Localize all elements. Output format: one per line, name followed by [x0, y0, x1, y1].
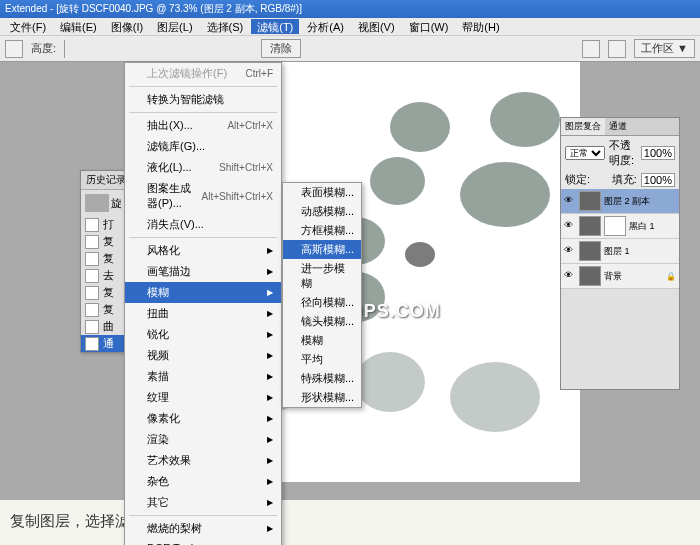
height-label: 高度: [31, 41, 56, 56]
filter-menu-item[interactable]: DCE Tools▶ [125, 539, 281, 545]
filter-menu-item[interactable]: 模糊▶ [125, 282, 281, 303]
workspace: 照片处理网 PHOTOPS.COM 历史记录 旋 打复复去复复曲通 上次滤镜操作… [0, 62, 700, 500]
fill-label: 填充: [612, 172, 637, 187]
blur-menu-item[interactable]: 特殊模糊... [283, 369, 361, 388]
history-snapshot-label: 旋 [111, 196, 122, 211]
filter-menu-item[interactable]: 燃烧的梨树▶ [125, 518, 281, 539]
filter-menu-item[interactable]: 抽出(X)...Alt+Ctrl+X [125, 115, 281, 136]
layer-name[interactable]: 背景 [604, 270, 663, 283]
menu-separator [129, 112, 277, 113]
blur-menu-item[interactable]: 动感模糊... [283, 202, 361, 221]
visibility-icon[interactable]: 👁 [564, 245, 576, 257]
submenu-arrow-icon: ▶ [267, 351, 273, 360]
toolbar-icon[interactable] [582, 40, 600, 58]
blend-mode-select[interactable]: 正常 [565, 146, 605, 160]
blur-menu-item[interactable]: 模糊 [283, 331, 361, 350]
filter-menu-item[interactable]: 转换为智能滤镜 [125, 89, 281, 110]
menu-item[interactable]: 滤镜(T) [251, 19, 299, 34]
channels-tab[interactable]: 通道 [605, 118, 631, 135]
blur-menu-item[interactable]: 表面模糊... [283, 183, 361, 202]
submenu-arrow-icon: ▶ [267, 372, 273, 381]
menu-separator [129, 515, 277, 516]
filter-menu-item[interactable]: 其它▶ [125, 492, 281, 513]
layers-tabs: 图层复合 通道 [561, 118, 679, 136]
clear-button[interactable]: 清除 [261, 39, 301, 58]
visibility-icon[interactable]: 👁 [564, 195, 576, 207]
menu-item[interactable]: 文件(F) [4, 19, 52, 34]
menu-item[interactable]: 编辑(E) [54, 19, 103, 34]
blur-menu-item[interactable]: 进一步模糊 [283, 259, 361, 293]
filter-menu-item[interactable]: 画笔描边▶ [125, 261, 281, 282]
filter-menu-item[interactable]: 渲染▶ [125, 429, 281, 450]
history-thumb[interactable] [85, 194, 109, 212]
blur-menu-item[interactable]: 平均 [283, 350, 361, 369]
toolbar-icon[interactable] [608, 40, 626, 58]
filter-menu-item[interactable]: 艺术效果▶ [125, 450, 281, 471]
filter-menu-item[interactable]: 像素化▶ [125, 408, 281, 429]
filter-menu-item[interactable]: 消失点(V)... [125, 214, 281, 235]
layers-panel[interactable]: 图层复合 通道 正常 不透明度: 100% 锁定: 填充: 100% 👁图层 2… [560, 117, 680, 390]
history-step-icon [85, 286, 99, 300]
layer-row[interactable]: 👁背景🔒 [561, 264, 679, 289]
layer-mask-thumb[interactable] [604, 216, 626, 236]
filter-menu-item: 上次滤镜操作(F)Ctrl+F [125, 63, 281, 84]
menu-item[interactable]: 帮助(H) [456, 19, 505, 34]
tool-icon[interactable] [5, 40, 23, 58]
submenu-arrow-icon: ▶ [267, 393, 273, 402]
layer-name[interactable]: 图层 2 副本 [604, 195, 676, 208]
blur-menu-item[interactable]: 径向模糊... [283, 293, 361, 312]
menu-item[interactable]: 窗口(W) [403, 19, 455, 34]
visibility-icon[interactable]: 👁 [564, 270, 576, 282]
layers-tab[interactable]: 图层复合 [561, 118, 605, 135]
submenu-arrow-icon: ▶ [267, 309, 273, 318]
blur-menu-item[interactable]: 高斯模糊... [283, 240, 361, 259]
caption-text: 复制图层，选择滤镜/高斯模糊。 [0, 500, 700, 545]
submenu-arrow-icon: ▶ [267, 414, 273, 423]
filter-menu-item[interactable]: 杂色▶ [125, 471, 281, 492]
layer-thumb[interactable] [579, 216, 601, 236]
submenu-arrow-icon: ▶ [267, 246, 273, 255]
visibility-icon[interactable]: 👁 [564, 220, 576, 232]
layer-name[interactable]: 黑白 1 [629, 220, 676, 233]
layer-name[interactable]: 图层 1 [604, 245, 676, 258]
layer-thumb[interactable] [579, 241, 601, 261]
submenu-arrow-icon: ▶ [267, 435, 273, 444]
menubar: 文件(F)编辑(E)图像(I)图层(L)选择(S)滤镜(T)分析(A)视图(V)… [0, 18, 700, 36]
menu-item[interactable]: 选择(S) [201, 19, 250, 34]
menu-item[interactable]: 图层(L) [151, 19, 198, 34]
window-titlebar: Extended - [旋转 DSCF0040.JPG @ 73.3% (图层 … [0, 0, 700, 18]
lock-icon: 🔒 [666, 272, 676, 281]
menu-item[interactable]: 图像(I) [105, 19, 149, 34]
blur-menu-item[interactable]: 方框模糊... [283, 221, 361, 240]
filter-menu: 上次滤镜操作(F)Ctrl+F转换为智能滤镜抽出(X)...Alt+Ctrl+X… [124, 62, 282, 545]
menu-separator [129, 86, 277, 87]
filter-menu-item[interactable]: 锐化▶ [125, 324, 281, 345]
fill-value[interactable]: 100% [641, 173, 675, 187]
workspace-dropdown[interactable]: 工作区 ▼ [634, 39, 695, 58]
filter-menu-item[interactable]: 视频▶ [125, 345, 281, 366]
filter-menu-item[interactable]: 图案生成器(P)...Alt+Shift+Ctrl+X [125, 178, 281, 214]
layer-thumb[interactable] [579, 191, 601, 211]
opacity-value[interactable]: 100% [641, 146, 675, 160]
blur-menu-item[interactable]: 镜头模糊... [283, 312, 361, 331]
submenu-arrow-icon: ▶ [267, 288, 273, 297]
submenu-arrow-icon: ▶ [267, 330, 273, 339]
layer-row[interactable]: 👁黑白 1 [561, 214, 679, 239]
history-step-icon [85, 252, 99, 266]
filter-menu-item[interactable]: 液化(L)...Shift+Ctrl+X [125, 157, 281, 178]
layer-thumb[interactable] [579, 266, 601, 286]
filter-menu-item[interactable]: 素描▶ [125, 366, 281, 387]
filter-menu-item[interactable]: 扭曲▶ [125, 303, 281, 324]
menu-item[interactable]: 视图(V) [352, 19, 401, 34]
submenu-arrow-icon: ▶ [267, 477, 273, 486]
filter-menu-item[interactable]: 滤镜库(G)... [125, 136, 281, 157]
filter-menu-item[interactable]: 纹理▶ [125, 387, 281, 408]
opacity-label: 不透明度: [609, 138, 637, 168]
menu-item[interactable]: 分析(A) [301, 19, 350, 34]
filter-menu-item[interactable]: 风格化▶ [125, 240, 281, 261]
submenu-arrow-icon: ▶ [267, 456, 273, 465]
layer-row[interactable]: 👁图层 1 [561, 239, 679, 264]
layer-row[interactable]: 👁图层 2 副本 [561, 189, 679, 214]
blur-menu-item[interactable]: 形状模糊... [283, 388, 361, 407]
history-step-icon [85, 269, 99, 283]
